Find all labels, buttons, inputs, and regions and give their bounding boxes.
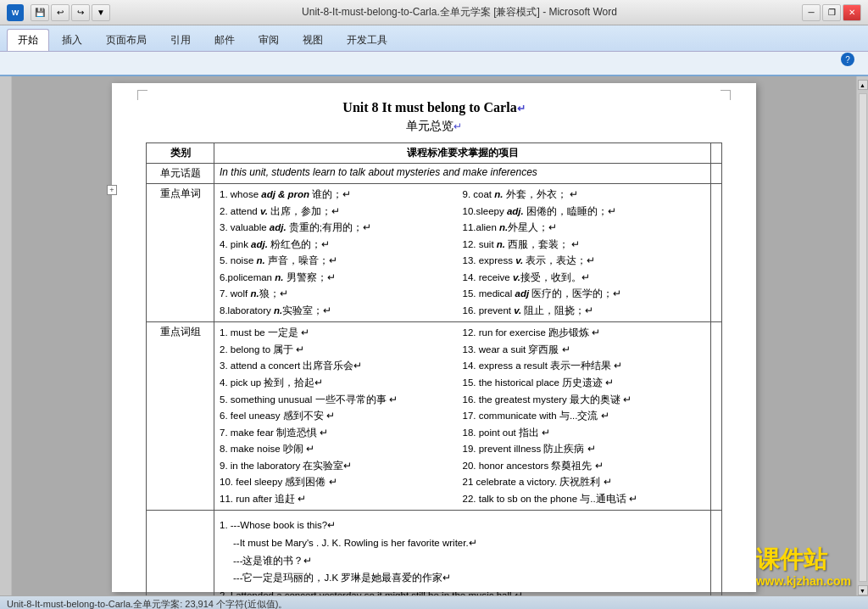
title-text: Unit 8 It must belong to Carla xyxy=(342,100,516,115)
header-content-text: 课程标准要求掌握的项目 xyxy=(407,147,519,159)
word-16: 16. prevent v. 阻止，阻挠；↵ xyxy=(463,303,706,320)
word-9: 9. coat n. 外套，外衣； ↵ xyxy=(463,187,706,204)
topic-category: 单元话题 xyxy=(147,164,214,184)
vocab-right: 9. coat n. 外套，外衣； ↵ 10.sleepy adj. 困倦的，瞌… xyxy=(463,187,706,319)
phrase-15: 15. the historical place 历史遗迹 ↵ xyxy=(463,375,706,392)
phrase-10: 10. feel sleepy 感到困倦 ↵ xyxy=(220,474,463,491)
page-corner-tl xyxy=(137,90,147,100)
sentence-1-a: --It must be Mary's . J. K. Rowling is h… xyxy=(220,534,705,552)
vocab-category: 重点单词 xyxy=(147,184,214,322)
main-area: + Unit 8 It must belong to Carla↵ 单元总览↵ … xyxy=(0,76,868,595)
tab-home[interactable]: 开始 xyxy=(7,29,49,51)
header-category: 类别 xyxy=(147,143,214,164)
document-area: + Unit 8 It must belong to Carla↵ 单元总览↵ … xyxy=(12,76,856,595)
topic-extra xyxy=(711,164,722,184)
add-content-button[interactable]: + xyxy=(107,185,117,195)
sentence-1-q: 1. ---Whose book is this?↵ xyxy=(220,517,705,534)
vocab-content: 1. whose adj & pron 谁的；↵ 2. attend v. 出席… xyxy=(214,184,711,322)
phrase-8: 8. make noise 吵闹 ↵ xyxy=(220,441,463,458)
phrases-left: 1. must be 一定是 ↵ 2. belong to 属于 ↵ 3. at… xyxy=(220,325,463,507)
phrase-22: 22. talk to sb on the phone 与..通电话 ↵ xyxy=(463,491,706,508)
phrase-14: 14. express a result 表示一种结果 ↵ xyxy=(463,358,706,375)
save-button[interactable]: 💾 xyxy=(31,4,49,21)
phrases-extra xyxy=(711,322,722,511)
phrases-two-col: 1. must be 一定是 ↵ 2. belong to 属于 ↵ 3. at… xyxy=(220,325,705,507)
sentence-1-cn-q: ---这是谁的书？↵ xyxy=(220,552,705,570)
phrase-20: 20. honor ancestors 祭奠祖先 ↵ xyxy=(463,458,706,475)
subtitle-text: 单元总览 xyxy=(406,119,453,132)
scroll-down-button[interactable]: ▼ xyxy=(858,585,868,595)
help-icon[interactable]: ? xyxy=(841,53,854,66)
word-15: 15. medical adj 医疗的，医学的；↵ xyxy=(463,286,706,303)
topic-cat-text: 单元话题 xyxy=(160,167,201,179)
tab-review[interactable]: 审阅 xyxy=(248,29,290,51)
word-4: 4. pink adj. 粉红色的；↵ xyxy=(220,237,463,254)
ribbon-tabs: 开始 插入 页面布局 引用 邮件 审阅 视图 开发工具 xyxy=(0,25,868,51)
watermark-line2: www.kjzhan.com xyxy=(756,574,851,588)
restore-button[interactable]: ❐ xyxy=(822,4,841,21)
page-corner-tr xyxy=(721,90,731,100)
table-header-row: 类别 课程标准要求掌握的项目 xyxy=(147,143,722,164)
redo-button[interactable]: ↪ xyxy=(71,4,90,21)
topic-content-text: In this unit, students learn to talk abo… xyxy=(220,166,537,178)
phrase-4: 4. pick up 捡到，拾起↵ xyxy=(220,375,463,392)
sentences-category xyxy=(147,511,214,595)
word-2: 2. attend v. 出席，参加；↵ xyxy=(220,204,463,221)
tab-mailings[interactable]: 邮件 xyxy=(203,29,246,51)
header-cat-text: 类别 xyxy=(170,147,191,159)
ribbon: 开始 插入 页面布局 引用 邮件 审阅 视图 开发工具 xyxy=(0,25,868,76)
word-6: 6.policeman n. 男警察；↵ xyxy=(220,270,463,287)
tab-page-layout[interactable]: 页面布局 xyxy=(95,29,158,51)
table-phrases-row: 重点词组 1. must be 一定是 ↵ 2. belong to 属于 ↵ … xyxy=(147,322,722,511)
word-3: 3. valuable adj. 贵重的;有用的；↵ xyxy=(220,220,463,237)
app-icon: W xyxy=(7,4,24,21)
word-7: 7. wolf n.狼；↵ xyxy=(220,286,463,303)
right-scrollbar[interactable]: ▲ ▼ xyxy=(856,76,868,595)
document-page: + Unit 8 It must belong to Carla↵ 单元总览↵ … xyxy=(112,83,756,592)
close-button[interactable]: ✕ xyxy=(843,4,861,21)
phrase-2: 2. belong to 属于 ↵ xyxy=(220,342,463,359)
sentence-1-cn-a: ---它一定是玛丽的，J.K 罗琳是她最喜爱的作家↵ xyxy=(220,569,705,587)
phrase-7: 7. make fear 制造恐惧 ↵ xyxy=(220,425,463,442)
sentence-2: 2. I attended a concert yesterday so it … xyxy=(220,587,705,595)
scroll-up-button[interactable]: ▲ xyxy=(858,80,868,90)
word-14: 14. receive v.接受，收到。↵ xyxy=(463,270,706,287)
vocab-cat-text: 重点单词 xyxy=(160,187,201,199)
tab-view[interactable]: 视图 xyxy=(292,29,334,51)
phrase-11: 11. run after 追赶 ↵ xyxy=(220,491,463,508)
phrases-content: 1. must be 一定是 ↵ 2. belong to 属于 ↵ 3. at… xyxy=(214,322,711,511)
phrases-right: 12. run for exercise 跑步锻炼 ↵ 13. wear a s… xyxy=(463,325,706,507)
sentences-extra xyxy=(711,511,722,595)
watermark-line1: 课件站 xyxy=(756,545,851,574)
phrase-9: 9. in the laboratory 在实验室↵ xyxy=(220,458,463,475)
topic-content: In this unit, students learn to talk abo… xyxy=(214,164,711,184)
word-1: 1. whose adj & pron 谁的；↵ xyxy=(220,187,463,204)
phrase-17: 17. communicate with 与...交流 ↵ xyxy=(463,408,706,425)
phrase-3: 3. attend a concert 出席音乐会↵ xyxy=(220,358,463,375)
scroll-thumb[interactable] xyxy=(859,93,867,582)
left-sidebar xyxy=(0,76,12,595)
table-topic-row: 单元话题 In this unit, students learn to tal… xyxy=(147,164,722,184)
sentences-content: 1. ---Whose book is this?↵ --It must be … xyxy=(214,511,711,595)
document-title: Unit 8 It must belong to Carla↵ xyxy=(146,100,722,115)
phrase-18: 18. point out 指出 ↵ xyxy=(463,425,706,442)
title-bar: W 💾 ↩ ↪ ▼ Unit-8-It-must-belong-to-Carla… xyxy=(0,0,868,25)
sentence-section: 1. ---Whose book is this?↵ --It must be … xyxy=(220,513,705,595)
word-5: 5. noise n. 声音，噪音；↵ xyxy=(220,253,463,270)
phrase-5: 5. something unusual 一些不寻常的事 ↵ xyxy=(220,392,463,409)
table-vocab-row: 重点单词 1. whose adj & pron 谁的；↵ 2. attend … xyxy=(147,184,722,322)
customize-button[interactable]: ▼ xyxy=(92,4,110,21)
tab-references[interactable]: 引用 xyxy=(159,29,202,51)
phrase-19: 19. prevent illness 防止疾病 ↵ xyxy=(463,441,706,458)
vocab-extra xyxy=(711,184,722,322)
undo-button[interactable]: ↩ xyxy=(51,4,70,21)
table-sentences-row: 1. ---Whose book is this?↵ --It must be … xyxy=(147,511,722,595)
word-10: 10.sleepy adj. 困倦的，瞌睡的；↵ xyxy=(463,204,706,221)
minimize-button[interactable]: ─ xyxy=(802,4,821,21)
tab-developer[interactable]: 开发工具 xyxy=(336,29,398,51)
tab-insert[interactable]: 插入 xyxy=(51,29,93,51)
word-8: 8.laboratory n.实验室；↵ xyxy=(220,303,463,320)
document-subtitle: 单元总览↵ xyxy=(146,119,722,134)
window-controls: ─ ❐ ✕ xyxy=(802,4,861,21)
phrase-21: 21 celebrate a victory. 庆祝胜利 ↵ xyxy=(463,474,706,491)
